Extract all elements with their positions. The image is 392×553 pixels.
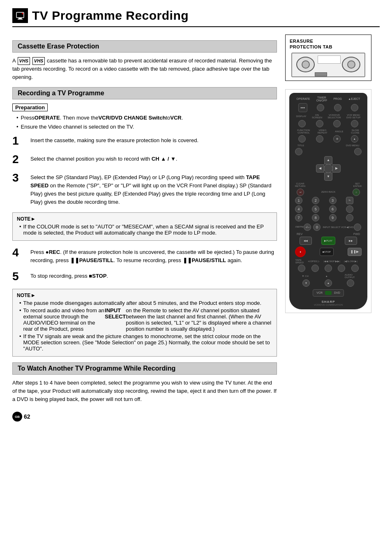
timer-btn[interactable]	[317, 104, 324, 111]
num-7-btn[interactable]: 7	[295, 214, 302, 221]
slow-close-label: SLOWCLOSE	[351, 129, 359, 134]
step-3-number: 3	[12, 172, 27, 184]
eject-label: ▲EJECT	[348, 97, 360, 100]
num-9-btn[interactable]: 9	[329, 214, 337, 221]
num-5-btn[interactable]: 5	[312, 205, 319, 213]
step-5: 5 To stop recording, press ■STOP.	[12, 270, 277, 283]
input-select-btn[interactable]	[354, 224, 361, 231]
erasure-protection-box: ERASUREPROTECTION TAB	[285, 35, 371, 81]
skip-btn[interactable]	[325, 265, 332, 272]
dvd-menu-btn[interactable]	[354, 148, 362, 155]
tv-record-icon	[12, 8, 28, 23]
prog-btn[interactable]	[334, 104, 341, 111]
right-column: ERASUREPROTECTION TAB OPERATE TIMERON/OF…	[285, 35, 380, 422]
num-2-btn[interactable]: 2	[312, 197, 319, 204]
skip-label: |◀◀ SKIP ▶▶|	[324, 260, 340, 263]
audio-out-btn[interactable]	[351, 265, 359, 272]
btn-empty-2[interactable]	[346, 214, 353, 221]
dvd-setup-label: VCR MENUDVD SETUP	[346, 114, 360, 119]
pause-still-btn[interactable]: ❚❚▶	[348, 248, 362, 256]
dpss-btn[interactable]	[311, 265, 319, 272]
cassette-hub-right	[347, 60, 355, 69]
function-ctrl-btn[interactable]	[298, 135, 306, 143]
num-1-btn[interactable]: 1	[295, 197, 302, 204]
btn-empty-1[interactable]	[346, 205, 353, 213]
repeat-btn[interactable]	[316, 135, 323, 143]
clear-return-btn[interactable]: ↩	[297, 189, 304, 196]
angle-label: ANGLE	[335, 130, 343, 133]
vcrdvd-sel-label: VCR/DVDSELECTOR	[327, 114, 341, 119]
title-btn[interactable]	[295, 148, 302, 155]
prep-bullet-1: Press OPERATE. Then move the VCR/DVD CHA…	[16, 114, 277, 122]
vhs-badge-1: VHS	[18, 57, 30, 65]
play-btn[interactable]: ▶PLAY	[321, 237, 335, 245]
fwd-label: FWD	[353, 233, 360, 235]
note-2-item-2: To record audio and video from an extern…	[19, 307, 272, 332]
nav-right-btn[interactable]: ▶	[332, 164, 341, 173]
slow-label: |◀SLOW ▶|	[344, 260, 357, 263]
function-ctrl-label: FUNCTIONCONTROL	[297, 129, 310, 134]
title-label: TITLE	[297, 144, 304, 147]
timer-label: TIMERON/OFF	[316, 96, 327, 102]
display-btn[interactable]	[298, 120, 306, 127]
tape-speed-btn[interactable]	[298, 265, 305, 272]
svg-rect-1	[18, 18, 22, 19]
cassette-tab	[315, 72, 327, 76]
step-5-number: 5	[12, 270, 27, 283]
numpad: 1 2 3 ↷ 4 5 6 7 8 9	[293, 197, 363, 221]
skip-search-btn[interactable]: ↷	[346, 197, 353, 204]
stop-btn[interactable]: ■STOP	[320, 248, 334, 256]
set-enter-label: SETENTER	[353, 182, 362, 187]
ampm-btn[interactable]: -/--	[304, 224, 311, 231]
num-4-btn[interactable]: 4	[295, 205, 302, 213]
rec-btn[interactable]: ●	[295, 247, 306, 257]
ch-up-label: ▲	[325, 275, 328, 277]
audio-output-btn[interactable]	[347, 279, 354, 287]
ampm-label: AM/PM	[295, 226, 304, 228]
set-enter-btn[interactable]: ○	[353, 189, 360, 196]
num-3-btn[interactable]: 3	[329, 197, 337, 204]
slow-btn[interactable]	[338, 265, 345, 272]
note-2-list: The pause mode disengages automatically …	[17, 300, 272, 352]
operate-btn[interactable]: ●●●	[298, 103, 307, 112]
audio-output-label: AUDIOOUTPUT	[345, 274, 355, 279]
ch-up-btn[interactable]: ▲	[325, 279, 332, 287]
nav-center-btn[interactable]	[324, 164, 333, 173]
slow-close-btn[interactable]: ▲	[351, 135, 358, 143]
angle-btn[interactable]: ⚙	[333, 135, 341, 143]
fwd-btn[interactable]: ▶▶	[345, 237, 357, 245]
nav-left-btn[interactable]: ◀	[316, 164, 324, 173]
vcrdvd-sel-btn[interactable]	[333, 120, 341, 127]
nav-up-btn[interactable]: ▲	[324, 156, 332, 164]
dvd-label: DVD	[334, 291, 340, 294]
step-1-number: 1	[12, 135, 27, 147]
cassette-diagram	[291, 53, 365, 77]
svg-rect-2	[18, 19, 23, 20]
step-5-content: To stop recording, press ■STOP.	[30, 270, 108, 280]
num-8-btn[interactable]: 8	[312, 214, 319, 221]
transport-row: ◀◀ ▶PLAY ▶▶	[293, 237, 363, 245]
num-6-btn[interactable]: 6	[329, 205, 337, 213]
zero-back-label: ZERO BACK	[321, 191, 336, 193]
dvd-setup-btn[interactable]	[351, 120, 358, 127]
remote-body: OPERATE TIMERON/OFF PROG ▲EJECT ●●● DISP…	[289, 93, 367, 309]
on-screen-btn[interactable]	[316, 120, 323, 127]
cassette-hub-left	[302, 60, 310, 69]
note-2-header: NOTE	[17, 293, 272, 298]
eject-btn[interactable]	[351, 104, 358, 111]
repeat-label: VIDEOREPEAT	[318, 129, 327, 134]
input-select-label: INPUT SELECT VCR◀DVD	[323, 226, 354, 228]
vcr-dvd-switch-row: VCR DVD	[293, 289, 363, 297]
vcr-dvd-indicator	[325, 291, 332, 295]
rev-btn[interactable]: ◀◀	[300, 237, 312, 245]
ch-down-btn[interactable]: ▼	[302, 279, 310, 287]
num-0-btn[interactable]: 0	[313, 224, 321, 231]
gb-badge: GB	[12, 412, 22, 422]
watch-another-section-header: To Watch Another TV Programme While Reco…	[12, 362, 277, 375]
note-1-header: NOTE	[17, 216, 272, 222]
tape-speed-label: TAPESPEED	[295, 259, 304, 264]
nav-down-btn[interactable]: ▼	[324, 173, 332, 181]
cassette-reel-left	[296, 57, 315, 72]
note-1-list: If the COLOUR mode is set to "AUTO" or "…	[17, 224, 272, 236]
preparation-bullets: Press OPERATE. Then move the VCR/DVD CHA…	[12, 114, 277, 131]
